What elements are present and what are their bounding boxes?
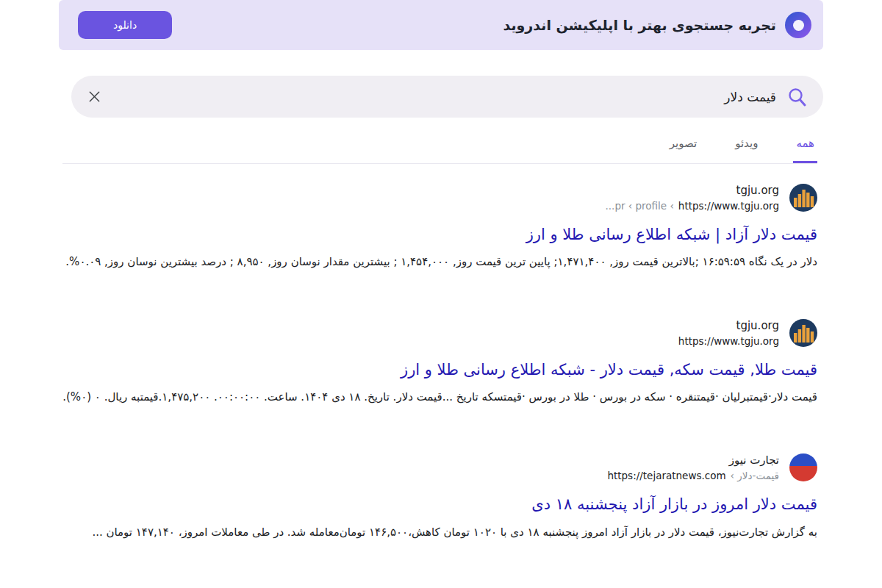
- result-source-header[interactable]: tgju.org https://www.tgju.org: [62, 319, 817, 347]
- breadcrumb-url: https://tejaratnews.com: [607, 470, 725, 481]
- result-site-name: tgju.org: [606, 184, 779, 197]
- search-results: tgju.org ...pr ‹ profile ‹ https://www.t…: [62, 184, 817, 542]
- breadcrumb: https://tejaratnews.com ‹ قیمت-دلار: [607, 470, 779, 481]
- search-bar[interactable]: [71, 76, 823, 118]
- tgju-bar-chart-favicon-icon: [789, 184, 817, 212]
- tab-all[interactable]: همه: [793, 137, 817, 163]
- result-snippet: دلار در یک نگاه ۱۶:۵۹:۵۹ ;بالاترین قیمت …: [62, 252, 817, 271]
- result-site-name: تجارت نیوز: [607, 453, 779, 467]
- tgju-bar-chart-favicon-icon: [789, 319, 817, 347]
- search-result-2: tgju.org https://www.tgju.org قیمت طلا, …: [62, 319, 817, 407]
- result-meta: تجارت نیوز https://tejaratnews.com ‹ قیم…: [607, 453, 779, 481]
- download-button[interactable]: دانلود: [78, 11, 172, 39]
- search-result-3: تجارت نیوز https://tejaratnews.com ‹ قیم…: [62, 453, 817, 542]
- result-source-header[interactable]: tgju.org ...pr ‹ profile ‹ https://www.t…: [62, 184, 817, 212]
- breadcrumb: ...pr ‹ profile ‹ https://www.tgju.org: [606, 200, 779, 212]
- search-input[interactable]: [112, 90, 776, 104]
- tabs-bar: همه ویدئو تصویر: [62, 118, 817, 164]
- tab-image[interactable]: تصویر: [667, 137, 700, 163]
- breadcrumb-url: https://www.tgju.org: [678, 200, 779, 212]
- breadcrumb-path: ‹ قیمت-دلار: [731, 470, 779, 481]
- result-source-header[interactable]: تجارت نیوز https://tejaratnews.com ‹ قیم…: [62, 453, 817, 481]
- result-snippet: قیمت دلار·قیمتبرلیان ·قیمتنقره · سکه در …: [62, 387, 817, 406]
- tab-video[interactable]: ویدئو: [732, 137, 761, 163]
- result-title-link[interactable]: قیمت طلا, قیمت سکه, قیمت دلار - شبکه اطل…: [62, 359, 817, 381]
- clear-search-icon[interactable]: [87, 90, 101, 104]
- search-icon[interactable]: [786, 87, 807, 107]
- app-promo-banner: تجربه جستجوی بهتر با اپلیکیشن اندروید دا…: [59, 0, 823, 50]
- breadcrumb-path: ...pr ‹ profile ‹: [606, 200, 674, 212]
- result-title-link[interactable]: قیمت دلار آزاد | شبکه اطلاع رسانی طلا و …: [62, 223, 817, 245]
- result-site-name: tgju.org: [678, 319, 779, 332]
- app-ring-logo-hole: [793, 20, 804, 31]
- breadcrumb: https://www.tgju.org: [678, 335, 779, 347]
- tejaratnews-favicon-icon: [789, 453, 817, 481]
- app-ring-logo-icon: [785, 12, 811, 38]
- banner-text: تجربه جستجوی بهتر با اپلیکیشن اندروید: [503, 17, 776, 33]
- search-result-1: tgju.org ...pr ‹ profile ‹ https://www.t…: [62, 184, 817, 272]
- result-meta: tgju.org ...pr ‹ profile ‹ https://www.t…: [606, 184, 779, 212]
- result-snippet: به گزارش تجارت‌نیوز، قیمت دلار در بازار …: [62, 523, 817, 542]
- banner-brand: تجربه جستجوی بهتر با اپلیکیشن اندروید: [503, 12, 811, 38]
- result-meta: tgju.org https://www.tgju.org: [678, 319, 779, 347]
- breadcrumb-url: https://www.tgju.org: [678, 335, 779, 347]
- result-title-link[interactable]: قیمت دلار امروز در بازار آزاد پنجشنبه ۱۸…: [62, 493, 817, 515]
